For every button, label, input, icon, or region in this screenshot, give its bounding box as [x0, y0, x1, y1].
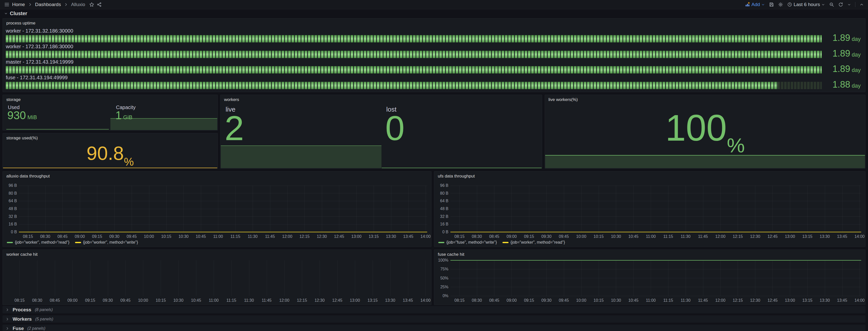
x-axis-tick-label: 10:00 [135, 298, 151, 303]
chevron-up-icon [860, 2, 864, 7]
v-gridline [477, 186, 477, 232]
v-gridline [581, 186, 582, 232]
ufs-throughput-plot[interactable]: 96 B80 B64 B48 B32 B16 B0 B08:1508:3008:… [451, 186, 861, 232]
live-workers-sparkline-area [545, 155, 865, 168]
x-axis-tick-label: 13:15 [366, 234, 381, 239]
x-axis-tick-label: 12:00 [713, 298, 728, 303]
legend-label: {job="fuse", method="write"} [446, 240, 497, 245]
time-range-label: Last 6 hours [794, 2, 820, 7]
x-axis-tick-label: 11:45 [695, 234, 711, 239]
x-axis-tick-label: 11:15 [660, 298, 676, 303]
panel-title[interactable]: storage [6, 97, 21, 102]
breadcrumb-dashboards[interactable]: Dashboards [35, 2, 61, 7]
panel-title[interactable]: ufs data throughput [438, 174, 475, 179]
v-gridline [373, 260, 373, 296]
legend-label: {job="worker", method="write"} [83, 240, 138, 245]
series-line [19, 232, 427, 232]
y-axis-tick-label: 96 B [435, 183, 448, 188]
legend-item[interactable]: {job="worker", method="write"} [75, 240, 138, 245]
x-axis-tick-label: 11:45 [259, 298, 274, 303]
v-gridline [616, 260, 616, 296]
x-axis-tick-label: 12:30 [747, 234, 763, 239]
row-header-process[interactable]: Process (8 panels) [2, 306, 866, 313]
alluxio-throughput-plot[interactable]: 96 B80 B64 B48 B32 B16 B0 B08:1508:3008:… [19, 186, 427, 232]
v-gridline [218, 186, 218, 232]
v-gridline [494, 186, 494, 232]
x-axis-tick-label: 09:15 [521, 298, 536, 303]
time-range-picker[interactable]: Last 6 hours [787, 2, 825, 7]
y-axis-tick-label: 50% [435, 276, 448, 280]
refresh-interval-dropdown[interactable] [847, 3, 851, 6]
v-gridline [426, 186, 426, 232]
v-gridline [790, 260, 790, 296]
fuse-cache-hit-plot[interactable]: 100%75%50%25%0%08:1508:3008:4509:0009:15… [451, 260, 861, 296]
x-axis-tick-label: 12:00 [713, 234, 728, 239]
x-axis-tick-label: 13:00 [349, 234, 364, 239]
x-axis-tick-label: 09:45 [556, 298, 571, 303]
add-panel-button[interactable]: Add [745, 2, 765, 7]
v-gridline [161, 260, 161, 296]
row-header-cluster[interactable]: Cluster [4, 10, 27, 16]
x-axis-tick-label: 09:30 [539, 234, 554, 239]
zoom-out-time-button[interactable] [829, 2, 834, 7]
refresh-button[interactable] [838, 2, 843, 7]
panel-title[interactable]: workers [224, 97, 239, 102]
gauge-lit-segments [6, 35, 822, 42]
chevron-right-icon [64, 2, 68, 6]
panel-title[interactable]: fuse cache hit [438, 252, 464, 257]
x-axis-tick-label: 10:00 [574, 298, 589, 303]
h-gridline [451, 186, 861, 186]
x-axis-tick-label: 09:15 [521, 234, 536, 239]
panel-title[interactable]: alluxio data throughput [6, 174, 50, 179]
legend-item[interactable]: {job="worker", method="read"} [7, 240, 69, 245]
x-axis-tick-label: 09:45 [118, 298, 133, 303]
breadcrumb-home[interactable]: Home [12, 2, 25, 7]
v-gridline [529, 260, 529, 296]
v-gridline [37, 260, 37, 296]
x-axis-tick-label: 10:45 [193, 234, 209, 239]
v-gridline [270, 186, 270, 232]
x-axis-tick-label: 12:30 [314, 234, 330, 239]
x-axis-tick-label: 13:30 [383, 234, 399, 239]
row-header-fuse[interactable]: Fuse (2 panels) [2, 325, 866, 331]
panel-title[interactable]: storage used(%) [6, 136, 38, 141]
x-axis-tick-label: 10:45 [626, 234, 641, 239]
x-axis-tick-label: 14:00 [418, 234, 433, 239]
x-axis-tick-label: 08:30 [469, 234, 485, 239]
h-gridline [451, 224, 861, 225]
collapse-navbar-button[interactable] [860, 2, 864, 7]
panel-title[interactable]: worker cache hit [6, 252, 38, 257]
v-gridline [28, 186, 28, 232]
save-dashboard-button[interactable] [769, 2, 774, 7]
dashboard-settings-button[interactable] [778, 2, 783, 7]
legend-item[interactable]: {job="worker", method="read"} [502, 240, 565, 245]
row-panel-count: (5 panels) [35, 317, 53, 322]
x-axis-tick-label: 11:45 [262, 234, 278, 239]
x-axis-tick-label: 12:00 [277, 298, 292, 303]
panel-title[interactable]: process uptime [6, 21, 35, 26]
v-gridline [249, 260, 249, 296]
used-stat-value: 930MiB [7, 109, 37, 122]
save-icon [769, 2, 774, 7]
x-axis-tick-label: 13:45 [835, 234, 850, 239]
x-axis-tick-label: 10:45 [626, 298, 641, 303]
favorite-star-button[interactable] [89, 2, 94, 7]
menu-toggle-button[interactable] [4, 2, 9, 7]
worker-cache-hit-plot[interactable]: 08:1508:3008:4509:0009:1509:3009:4510:00… [10, 260, 427, 296]
panel-title[interactable]: live workers(%) [549, 97, 578, 102]
x-axis-tick-label: 11:30 [242, 298, 257, 303]
v-gridline [390, 260, 391, 296]
v-gridline [668, 260, 669, 296]
v-gridline [477, 260, 477, 296]
h-gridline [451, 269, 861, 269]
v-gridline [72, 260, 73, 296]
x-axis-tick-label: 13:45 [400, 298, 415, 303]
x-axis-tick-label: 13:00 [782, 234, 798, 239]
legend-item[interactable]: {job="fuse", method="write"} [438, 240, 497, 245]
y-axis-tick-label: 16 B [435, 222, 448, 227]
share-button[interactable] [97, 2, 102, 7]
v-gridline [564, 186, 564, 232]
row-header-workers[interactable]: Workers (5 panels) [2, 316, 866, 323]
gear-icon [778, 2, 783, 7]
v-gridline [337, 260, 338, 296]
